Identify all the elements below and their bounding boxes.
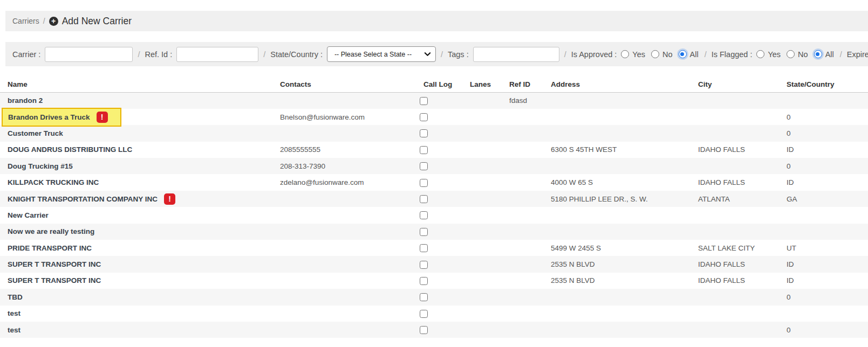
plus-circle-icon: + xyxy=(49,17,58,26)
carriers-table: NameContactsCall LogLanesRef IDAddressCi… xyxy=(0,77,868,338)
call-log-checkbox[interactable] xyxy=(420,310,428,318)
table-row[interactable]: Customer Truck0 xyxy=(0,125,868,141)
call-log-checkbox[interactable] xyxy=(420,97,428,105)
carriers-page: Carriers / + Add New Carrier Carrier : /… xyxy=(0,11,868,347)
address-cell: 5180 PHILLIP LEE DR., S. W. xyxy=(543,191,691,207)
contacts-cell xyxy=(272,289,416,305)
ref-id-cell xyxy=(502,191,543,207)
carrier-name: brandon 2 xyxy=(8,96,43,105)
carrier-filter-input[interactable] xyxy=(45,47,133,62)
table-row[interactable]: TBD0 xyxy=(0,289,868,305)
address-cell: 5499 W 2455 S xyxy=(543,240,691,256)
table-row[interactable]: PRIDE TRANSPORT INC5499 W 2455 SSALT LAK… xyxy=(0,240,868,256)
table-row[interactable]: brandon 2fdasd xyxy=(0,93,868,109)
ref-id-cell xyxy=(502,109,543,125)
lanes-cell xyxy=(462,142,502,158)
call-log-checkbox[interactable] xyxy=(420,293,428,301)
city-cell xyxy=(691,158,779,174)
table-header-row: NameContactsCall LogLanesRef IDAddressCi… xyxy=(0,77,868,93)
column-header-address: Address xyxy=(543,77,691,93)
is-flagged-yes-radio[interactable] xyxy=(756,50,764,58)
add-new-carrier-label: Add New Carrier xyxy=(62,16,132,27)
ref-id-cell xyxy=(502,256,543,272)
carrier-name: PRIDE TRANSPORT INC xyxy=(8,244,92,252)
table-row[interactable]: KILLPACK TRUCKING INCzdelano@fusionware.… xyxy=(0,174,868,190)
carrier-name: TBD xyxy=(8,293,23,301)
address-cell xyxy=(543,158,691,174)
state-country-cell xyxy=(779,93,868,109)
call-log-checkbox[interactable] xyxy=(420,113,428,121)
filter-separator: / xyxy=(840,50,842,59)
carrier-name: Doug Trucking #15 xyxy=(8,162,73,170)
highlight-box: Brandon Drives a Truck! xyxy=(2,108,121,127)
breadcrumb-separator: / xyxy=(43,17,45,25)
name-cell: Now we are really testing xyxy=(0,224,272,240)
name-cell: brandon 2 xyxy=(0,93,272,109)
breadcrumb-carriers[interactable]: Carriers xyxy=(12,17,39,25)
table-row[interactable]: DOUG ANDRUS DISTRIBUTING LLC208555555563… xyxy=(0,142,868,158)
ref-id-cell xyxy=(502,142,543,158)
contacts-cell xyxy=(272,125,416,141)
call-log-checkbox[interactable] xyxy=(420,195,428,203)
table-row[interactable]: test0 xyxy=(0,322,868,338)
lanes-cell xyxy=(462,158,502,174)
table-row[interactable]: KNIGHT TRANSPORTATION COMPANY INC!5180 P… xyxy=(0,191,868,207)
address-cell: 4000 W 65 S xyxy=(543,174,691,190)
ref-id-filter-input[interactable] xyxy=(176,47,258,62)
column-header-contacts: Contacts xyxy=(272,77,416,93)
table-row[interactable]: New Carrier xyxy=(0,207,868,223)
contacts-cell: zdelano@fusionware.com xyxy=(272,174,416,190)
state-country-cell: 0 xyxy=(779,158,868,174)
carrier-name: SUPER T TRANSPORT INC xyxy=(8,260,101,268)
lanes-cell xyxy=(462,289,502,305)
table-row[interactable]: Doug Trucking #15208-313-73900 xyxy=(0,158,868,174)
ref-id-cell: fdasd xyxy=(502,93,543,109)
is-flagged-radio-group: YesNoAll xyxy=(756,50,839,59)
filter-separator: / xyxy=(441,50,443,59)
table-row[interactable]: SUPER T TRANSPORT INC2535 N BLVDIDAHO FA… xyxy=(0,273,868,289)
call-log-cell xyxy=(416,322,462,338)
call-log-checkbox[interactable] xyxy=(420,146,428,154)
is-approved-yes-radio[interactable] xyxy=(621,50,629,58)
is-flagged-all-radio[interactable] xyxy=(814,50,822,58)
table-row[interactable]: SUPER T TRANSPORT INC2535 N BLVDIDAHO FA… xyxy=(0,256,868,272)
state-country-cell: GA xyxy=(779,191,868,207)
add-new-carrier-button[interactable]: + Add New Carrier xyxy=(49,16,132,27)
call-log-checkbox[interactable] xyxy=(420,244,428,252)
state-country-cell: 0 xyxy=(779,125,868,141)
is-approved-no-radio[interactable] xyxy=(651,50,659,58)
state-country-cell: 0 xyxy=(779,109,868,125)
table-row[interactable]: Now we are really testing xyxy=(0,224,868,240)
column-header-name: Name xyxy=(0,77,272,93)
ref-id-cell xyxy=(502,125,543,141)
city-cell xyxy=(691,322,779,338)
lanes-cell xyxy=(462,256,502,272)
state-filter-label: State/Country : xyxy=(270,50,323,59)
call-log-checkbox[interactable] xyxy=(420,228,428,236)
table-row[interactable]: Brandon Drives a Truck!Bnelson@fusionwar… xyxy=(0,109,868,125)
lanes-cell xyxy=(462,224,502,240)
carrier-name: KILLPACK TRUCKING INC xyxy=(8,178,99,186)
tags-filter-input[interactable] xyxy=(473,47,559,62)
state-select[interactable]: -- Please Select a State -- xyxy=(327,46,436,62)
is-flagged-no-radio[interactable] xyxy=(787,50,795,58)
call-log-checkbox[interactable] xyxy=(420,326,428,334)
column-header-lanes: Lanes xyxy=(462,77,502,93)
is-flagged-all-radio-label: All xyxy=(825,50,834,59)
ref-id-cell xyxy=(502,289,543,305)
call-log-cell xyxy=(416,93,462,109)
table-row[interactable]: test xyxy=(0,306,868,322)
lanes-cell xyxy=(462,93,502,109)
call-log-cell xyxy=(416,240,462,256)
call-log-checkbox[interactable] xyxy=(420,261,428,269)
contacts-cell xyxy=(272,273,416,289)
call-log-checkbox[interactable] xyxy=(420,277,428,285)
call-log-checkbox[interactable] xyxy=(420,211,428,219)
is-approved-all-radio[interactable] xyxy=(679,50,687,58)
call-log-checkbox[interactable] xyxy=(420,162,428,170)
call-log-checkbox[interactable] xyxy=(420,179,428,187)
city-cell xyxy=(691,207,779,223)
call-log-checkbox[interactable] xyxy=(420,129,428,137)
lanes-cell xyxy=(462,273,502,289)
carrier-name: DOUG ANDRUS DISTRIBUTING LLC xyxy=(8,145,132,154)
